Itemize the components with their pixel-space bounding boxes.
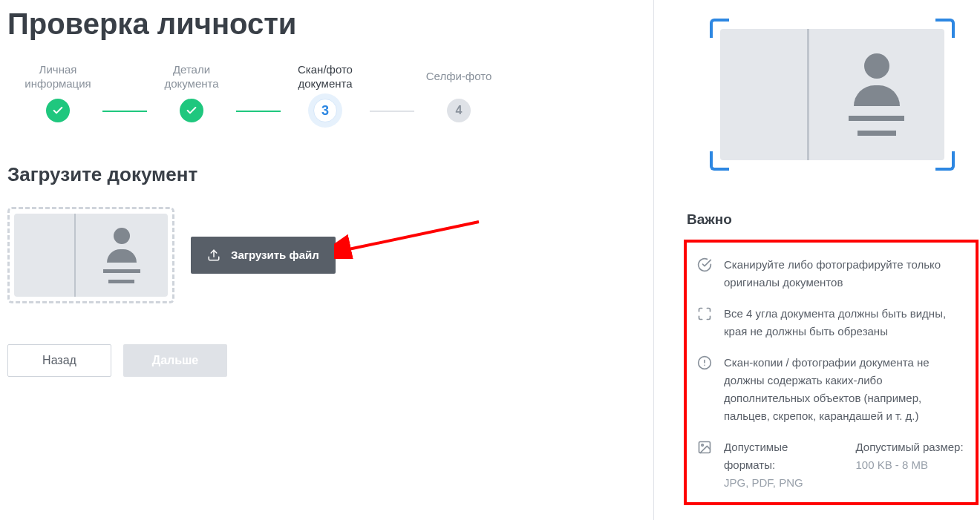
document-icon — [14, 214, 168, 297]
upload-section-title: Загрузите документ — [7, 163, 631, 186]
check-circle-icon — [697, 257, 712, 272]
step-document-scan: Скан/фото документа 3 — [281, 62, 370, 122]
important-title: Важно — [684, 211, 980, 228]
next-button[interactable]: Дальше — [123, 344, 227, 377]
size-value: 100 KB - 8 MB — [856, 456, 966, 474]
document-icon — [720, 29, 944, 160]
step-selfie: Селфи-фото 4 — [414, 62, 503, 122]
important-rules-box: Сканируйте либо фотографируйте только ор… — [684, 240, 979, 505]
back-button[interactable]: Назад — [7, 344, 111, 377]
rule-text: Скан-копии / фотографии документа не дол… — [724, 354, 965, 425]
stepper: Личная информация Детали документа Скан/… — [7, 62, 631, 122]
check-icon — [180, 99, 203, 122]
step-label: Селфи-фото — [426, 62, 492, 91]
step-connector — [236, 111, 281, 112]
rule-item: Сканируйте либо фотографируйте только ор… — [697, 256, 965, 292]
upload-button-label: Загрузить файл — [231, 249, 319, 263]
step-number: 3 — [313, 99, 337, 122]
step-personal-info: Личная информация — [13, 62, 102, 122]
maximize-icon — [697, 306, 712, 321]
document-example — [710, 19, 955, 171]
rule-text: Все 4 угла документа должны быть видны, … — [724, 305, 965, 340]
annotation-arrow-icon — [334, 214, 483, 259]
alert-circle-icon — [697, 355, 712, 370]
step-label: Детали документа — [147, 62, 236, 91]
step-number: 4 — [447, 99, 471, 122]
svg-point-7 — [702, 444, 704, 447]
rule-item: Скан-копии / фотографии документа не дол… — [697, 354, 965, 425]
step-label: Личная информация — [13, 62, 102, 91]
formats-value: JPG, PDF, PNG — [724, 474, 834, 492]
rule-text: Сканируйте либо фотографируйте только ор… — [724, 256, 965, 292]
page-title: Проверка личности — [7, 7, 631, 41]
image-icon — [697, 440, 712, 455]
step-connector — [102, 111, 147, 112]
check-icon — [46, 99, 70, 122]
rule-item: Все 4 угла документа должны быть видны, … — [697, 305, 965, 340]
rule-item: Допустимые форматы: JPG, PDF, PNG Допуст… — [697, 438, 965, 492]
step-label: Скан/фото документа — [281, 62, 370, 91]
upload-icon — [207, 249, 220, 262]
step-document-details: Детали документа — [147, 62, 236, 122]
size-label: Допустимый размер: — [856, 438, 966, 456]
document-dropzone[interactable] — [7, 207, 174, 303]
formats-label: Допустимые форматы: — [724, 438, 834, 474]
svg-line-2 — [345, 222, 479, 250]
step-connector — [370, 111, 414, 112]
upload-file-button[interactable]: Загрузить файл — [191, 237, 336, 274]
